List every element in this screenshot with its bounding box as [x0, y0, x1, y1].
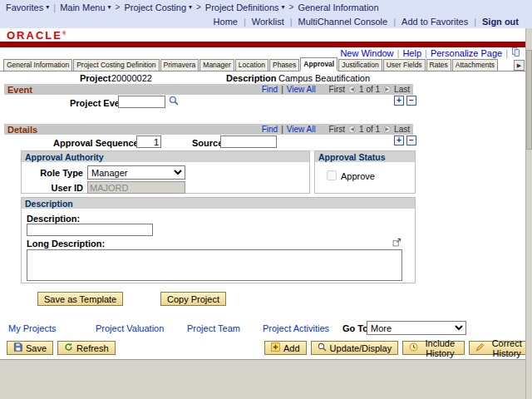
long-description-textarea[interactable]	[27, 249, 402, 281]
multichannel-console-link[interactable]: MultiChannel Console	[298, 17, 388, 27]
project-valuation-link[interactable]: Project Valuation	[96, 323, 164, 333]
description-value: Campus Beautification	[278, 73, 370, 83]
window-background-strip	[0, 359, 532, 399]
project-event-input[interactable]	[118, 96, 165, 108]
tab-justification[interactable]: Justification	[338, 59, 382, 71]
tab-general-information[interactable]: General Information	[3, 59, 72, 71]
source-input[interactable]	[220, 135, 277, 148]
breadcrumb-separator-icon: >	[289, 2, 294, 12]
tab-user-fields[interactable]: User Fields	[383, 59, 426, 71]
details-delete-row-button[interactable]: −	[406, 135, 416, 145]
breadcrumb-item-label: Project Costing	[124, 2, 186, 12]
event-row-count: 1 of 1	[359, 85, 380, 94]
event-next-row-icon[interactable]: ▶	[383, 86, 391, 93]
details-section-title: Details	[7, 125, 37, 135]
save-as-template-button[interactable]: Save as Template	[37, 292, 123, 306]
tab-phases[interactable]: Phases	[269, 59, 299, 71]
event-row-actions: + −	[394, 96, 416, 106]
home-link[interactable]: Home	[214, 17, 238, 27]
pagebar-divider: |	[425, 48, 427, 58]
favorites-menu[interactable]: Favorites ▾	[6, 2, 49, 12]
project-value: 20000022	[111, 73, 152, 83]
event-first-label: First	[329, 85, 345, 94]
role-type-label: Role Type	[28, 168, 83, 178]
refresh-icon	[64, 342, 73, 353]
details-row-actions: + −	[394, 135, 416, 145]
event-add-row-button[interactable]: +	[394, 96, 404, 106]
main-menu-label: Main Menu	[60, 2, 105, 12]
include-history-button-label: Include History	[421, 338, 458, 358]
details-last-label: Last	[394, 125, 410, 134]
description-input[interactable]	[27, 224, 153, 236]
breadcrumb-project-costing[interactable]: Project Costing ▾	[124, 2, 192, 12]
event-section-title: Event	[7, 85, 32, 95]
vertical-scrollbar[interactable]	[525, 28, 532, 399]
approval-sequence-input[interactable]	[136, 135, 161, 148]
description-label: Description	[226, 73, 277, 83]
save-button[interactable]: Save	[7, 341, 53, 355]
scrollbar-thumb[interactable]	[526, 50, 532, 150]
copy-page-icon[interactable]	[511, 47, 520, 58]
copy-project-button[interactable]: Copy Project	[160, 292, 226, 306]
approval-authority-header: Approval Authority	[22, 151, 309, 162]
approve-label: Approve	[341, 171, 375, 181]
pagebar: New Window | Help | Personalize Page |	[0, 47, 524, 58]
utility-divider: |	[244, 17, 246, 27]
details-view-all-link[interactable]: View All	[287, 125, 316, 134]
main-menu[interactable]: Main Menu ▾	[60, 2, 111, 12]
personalize-page-link[interactable]: Personalize Page	[431, 48, 502, 58]
add-button[interactable]: Add	[264, 341, 307, 355]
go-to-select[interactable]: More	[367, 321, 466, 335]
utility-divider: |	[290, 17, 293, 27]
update-display-button[interactable]: Update/Display	[311, 341, 399, 355]
details-next-row-icon[interactable]: ▶	[383, 126, 391, 133]
breadcrumb-project-definitions[interactable]: Project Definitions ▾	[205, 2, 285, 12]
source-label: Source	[192, 138, 223, 148]
event-previous-row-icon[interactable]: ◀	[348, 86, 356, 93]
description-field-label: Description:	[27, 214, 80, 224]
portal-header: Favorites ▾ | Main Menu ▾ > Project Cost…	[0, 0, 532, 28]
tab-scroll-right-button[interactable]: ▶	[514, 60, 525, 71]
tab-project-costing-definition[interactable]: Project Costing Definition	[73, 59, 159, 71]
utility-divider: |	[393, 17, 396, 27]
my-projects-link[interactable]: My Projects	[8, 323, 56, 333]
include-history-button[interactable]: Include History	[402, 341, 465, 355]
add-to-favorites-link[interactable]: Add to Favorites	[401, 17, 468, 27]
project-event-lookup-icon[interactable]	[169, 96, 179, 107]
project-team-link[interactable]: Project Team	[187, 323, 240, 333]
tab-manager[interactable]: Manager	[200, 59, 234, 71]
details-add-row-button[interactable]: +	[394, 135, 404, 145]
chevron-down-icon: ▾	[189, 3, 192, 11]
save-button-label: Save	[26, 343, 47, 353]
expand-editor-icon[interactable]	[392, 238, 401, 249]
tab-primavera[interactable]: Primavera	[160, 59, 200, 71]
utility-divider: |	[474, 17, 476, 27]
breadcrumb: Favorites ▾ | Main Menu ▾ > Project Cost…	[0, 0, 532, 14]
details-previous-row-icon[interactable]: ◀	[348, 126, 356, 133]
new-window-link[interactable]: New Window	[340, 48, 393, 58]
tab-rates[interactable]: Rates	[426, 59, 451, 71]
project-activities-link[interactable]: Project Activities	[263, 323, 329, 333]
correct-history-button[interactable]: Correct History	[469, 341, 532, 355]
worklist-link[interactable]: Worklist	[252, 17, 284, 27]
approval-status-header: Approval Status	[315, 151, 415, 162]
role-type-select[interactable]: Manager	[87, 165, 185, 180]
tab-approval[interactable]: Approval	[300, 57, 337, 71]
peoplesoft-window: Favorites ▾ | Main Menu ▾ > Project Cost…	[0, 0, 532, 399]
event-view-all-link[interactable]: View All	[287, 85, 316, 94]
tab-location[interactable]: Location	[235, 59, 268, 71]
approve-checkbox[interactable]	[327, 170, 337, 180]
event-nav-divider: |	[281, 85, 283, 94]
description-groupbox: Description Description: Long Descriptio…	[21, 197, 416, 283]
refresh-button[interactable]: Refresh	[57, 341, 116, 355]
tab-attachments[interactable]: Attachments	[452, 59, 498, 71]
user-id-field	[87, 181, 185, 194]
sign-out-link[interactable]: Sign out	[482, 17, 519, 27]
save-icon	[13, 342, 22, 353]
details-row-count: 1 of 1	[359, 125, 380, 134]
details-find-link[interactable]: Find	[262, 125, 278, 134]
help-link[interactable]: Help	[402, 48, 421, 58]
event-delete-row-button[interactable]: −	[406, 96, 416, 106]
event-find-link[interactable]: Find	[262, 85, 278, 94]
pagebar-divider: |	[397, 48, 400, 58]
